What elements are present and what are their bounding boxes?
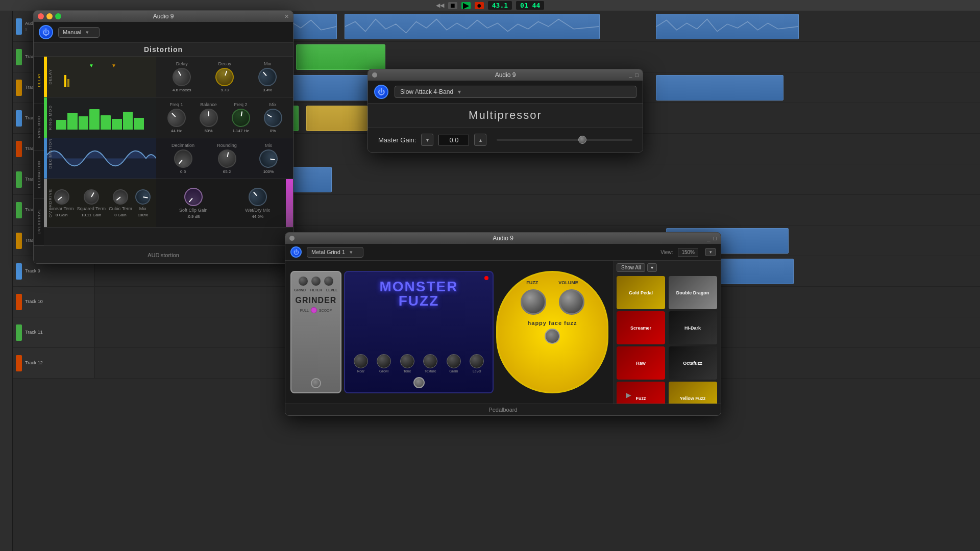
rewind-btn[interactable]: ◀◀	[436, 2, 444, 9]
pedalboard-power-btn[interactable]: ⏻	[290, 246, 302, 258]
browser-pedal-thumb-6[interactable]: Octafuzz	[669, 346, 717, 380]
browser-pedal-thumb-2[interactable]: Double Dragon	[669, 276, 717, 309]
delay-mix-label: Mix	[264, 61, 271, 66]
track-color[interactable]	[16, 80, 22, 96]
softclip-label: Soft Clip Gain	[179, 208, 208, 213]
grinder-knob-1[interactable]	[298, 276, 308, 286]
decimation-knob[interactable]	[170, 146, 196, 172]
track-color[interactable]	[16, 110, 22, 127]
close-btn[interactable]	[38, 13, 44, 19]
monster-knob-4[interactable]	[423, 354, 437, 368]
stop-btn[interactable]: ■	[448, 2, 457, 9]
pb-minimize-icon[interactable]: _	[707, 235, 710, 241]
close-dot[interactable]	[372, 72, 377, 78]
track-color[interactable]	[16, 18, 22, 35]
browser-pedal-thumb-7[interactable]: Fuzz	[617, 382, 665, 404]
tab-decimation[interactable]: DECIMATION	[34, 151, 44, 198]
gain-slider-thumb[interactable]	[578, 136, 586, 144]
power-button[interactable]: ⏻	[39, 25, 53, 39]
monster-knob-1[interactable]	[354, 354, 368, 368]
maximize-btn[interactable]	[55, 13, 61, 19]
audio-clip[interactable]	[306, 106, 368, 131]
track-color[interactable]	[16, 49, 22, 65]
tab-delay[interactable]: DELAY	[34, 57, 44, 104]
track-color[interactable]	[16, 141, 22, 157]
linear-knob[interactable]	[51, 186, 72, 207]
rounding-value: 65.2	[223, 169, 231, 174]
pedalboard-main: GRIND FILTER LEVEL GRINDER FULL SCOOP MO…	[285, 261, 721, 404]
track-color[interactable]	[16, 263, 22, 280]
browser-pedal-thumb-3[interactable]: Screamer	[617, 311, 665, 344]
view-dropdown-btn[interactable]: ▾	[705, 248, 716, 256]
audio-clip[interactable]	[296, 44, 385, 70]
ringmod-mix-knob-container: Mix 0%	[264, 102, 282, 133]
pb-maximize-icon[interactable]: □	[713, 235, 717, 241]
happy-footswitch[interactable]	[545, 329, 560, 344]
delay-section-label: DELAY	[48, 69, 53, 85]
track-color[interactable]	[16, 202, 22, 218]
track-color[interactable]	[16, 324, 22, 341]
grinder-toggle[interactable]	[311, 307, 317, 313]
multipressor-preset-dropdown[interactable]: Slow Attack 4-Band ▾	[395, 86, 636, 98]
show-all-btn[interactable]: Show All	[617, 263, 645, 272]
browser-pedal-thumb-8[interactable]: Yellow Fuzz	[669, 382, 717, 404]
decimation-mix-knob[interactable]	[258, 148, 279, 169]
browser-pedal-thumb-4[interactable]: Hi-Dark	[669, 311, 717, 344]
freq1-knob[interactable]	[163, 105, 189, 131]
pedalboard-preset-dropdown[interactable]: Metal Grind 1 ▾	[307, 247, 363, 258]
decay-knob[interactable]	[213, 65, 236, 89]
audio-clip[interactable]	[345, 14, 600, 39]
play-btn[interactable]: ▶	[461, 2, 471, 9]
multipressor-maximize-icon[interactable]: □	[635, 72, 639, 78]
balance-knob[interactable]	[200, 109, 218, 127]
browser-pedal-thumb-1[interactable]: Gold Pedal	[617, 276, 665, 309]
pb-close-dot[interactable]	[289, 236, 295, 241]
monster-knob-3[interactable]	[400, 354, 414, 368]
scroll-right-btn[interactable]: ▶	[626, 391, 631, 399]
delay-mix-knob[interactable]	[255, 64, 281, 90]
grinder-knob-3[interactable]	[324, 276, 334, 286]
monster-fuzz-pedal[interactable]: MONSTERFUZZ Roar Growl Tone	[344, 271, 494, 393]
browser-pedal-thumb-5[interactable]: Raw	[617, 346, 665, 380]
multipressor-close-icon[interactable]: _	[629, 72, 632, 78]
happy-face-pedal[interactable]: FUZZ VOLUME happy face fuzz	[496, 271, 608, 393]
grinder-knob-2[interactable]	[311, 276, 321, 286]
show-all-dropdown[interactable]: ▾	[647, 263, 657, 272]
monster-knob-5[interactable]	[447, 354, 461, 368]
happy-knob-volume[interactable]	[559, 289, 584, 315]
grinder-pedal[interactable]: GRIND FILTER LEVEL GRINDER FULL SCOOP	[290, 271, 341, 393]
wetdry-knob[interactable]	[244, 184, 271, 210]
decimation-mix-knob-container: Mix 100%	[259, 143, 278, 174]
softclip-knob[interactable]	[180, 184, 206, 210]
minimize-btn[interactable]	[46, 13, 53, 19]
freq2-knob[interactable]	[230, 107, 252, 129]
happy-knob-fuzz[interactable]	[521, 289, 546, 315]
track-color[interactable]	[16, 294, 22, 310]
tab-overdrive[interactable]: OVERDRIVE	[34, 198, 44, 246]
ringmod-mix-knob[interactable]	[260, 105, 285, 130]
track-header: Track 10	[13, 287, 94, 317]
delay-knob[interactable]	[169, 64, 194, 89]
window-close-icon[interactable]: ✕	[284, 13, 289, 20]
monster-footswitch[interactable]	[413, 377, 425, 388]
viz-bar	[79, 116, 89, 130]
preset-dropdown[interactable]: Manual ▾	[58, 27, 100, 38]
od-mix-knob[interactable]	[134, 188, 152, 206]
cubic-knob[interactable]	[110, 186, 131, 207]
tab-ringmod[interactable]: RING MOD	[34, 104, 44, 152]
grinder-footswitch[interactable]	[311, 378, 321, 388]
track-color[interactable]	[16, 171, 22, 188]
track-color[interactable]	[16, 355, 22, 371]
audio-clip[interactable]	[656, 75, 783, 101]
gain-up-button[interactable]: ▴	[474, 134, 486, 146]
multipressor-power-btn[interactable]: ⏻	[374, 85, 388, 99]
gain-down-button[interactable]: ▾	[421, 134, 433, 146]
rounding-knob[interactable]	[216, 148, 238, 169]
record-btn[interactable]: ●	[475, 2, 484, 9]
monster-knob-6[interactable]	[470, 354, 484, 368]
audio-clip[interactable]	[656, 14, 799, 39]
squared-knob[interactable]	[81, 186, 102, 207]
monster-knob-2[interactable]	[377, 354, 391, 368]
gain-slider[interactable]	[497, 139, 632, 141]
track-color[interactable]	[16, 233, 22, 249]
